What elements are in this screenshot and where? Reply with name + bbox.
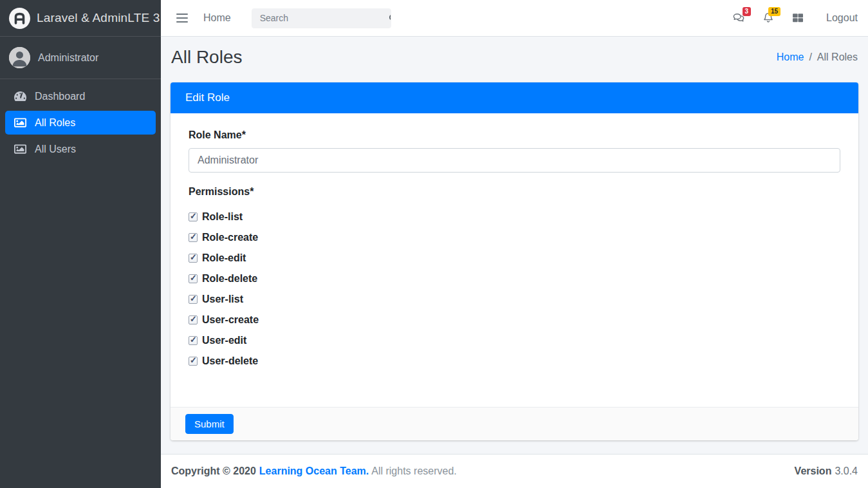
adminlte-logo-icon	[9, 8, 30, 29]
breadcrumb-current: All Roles	[817, 52, 858, 63]
messages-badge: 3	[743, 7, 752, 16]
submit-button[interactable]: Submit	[185, 414, 234, 434]
version-text: Version3.0.4	[795, 465, 858, 477]
user-avatar[interactable]	[9, 47, 30, 68]
logout-link[interactable]: Logout	[826, 12, 858, 24]
permission-checkbox[interactable]	[189, 233, 198, 242]
th-large-icon	[791, 12, 804, 24]
permission-label[interactable]: Role-list	[202, 211, 243, 223]
edit-role-card: Edit Role Role Name* Permissions* Role-l…	[171, 82, 858, 440]
main-area: Home 3 15	[161, 0, 868, 488]
brand-title: Laravel & AdminLTE 3	[37, 11, 160, 25]
main-footer: Copyright © 2020 Learning Ocean Team. Al…	[161, 454, 868, 488]
permission-label[interactable]: User-list	[202, 294, 243, 305]
team-link[interactable]: Learning Ocean Team.	[259, 465, 369, 477]
permission-checkbox[interactable]	[189, 315, 198, 324]
breadcrumb: Home / All Roles	[777, 52, 858, 63]
permission-label[interactable]: Role-edit	[202, 252, 246, 264]
permission-checkbox[interactable]	[189, 212, 198, 221]
navbar-home-link[interactable]: Home	[203, 12, 231, 24]
sidebar-item-label: All Users	[35, 144, 76, 155]
permission-row-user-create: User-create	[189, 315, 840, 325]
permission-checkbox[interactable]	[189, 357, 198, 366]
permission-checkbox[interactable]	[189, 274, 198, 283]
image-icon	[14, 117, 26, 129]
image-icon	[14, 143, 26, 155]
rights-text: All rights reserved.	[371, 465, 457, 477]
navbar-right: 3 15 Logout	[716, 12, 858, 24]
permission-checkbox[interactable]	[189, 295, 198, 304]
permission-row-role-delete: Role-delete	[189, 274, 840, 284]
breadcrumb-separator: /	[809, 52, 811, 63]
permission-row-role-list: Role-list	[189, 212, 840, 222]
user-panel: Administrator	[0, 37, 161, 79]
card-footer: Submit	[171, 407, 858, 440]
hamburger-menu-icon[interactable]	[176, 14, 188, 23]
permission-label[interactable]: User-create	[202, 314, 259, 326]
permission-label[interactable]: Role-create	[202, 232, 258, 243]
copyright-text: Copyright © 2020	[171, 465, 256, 477]
permission-label[interactable]: User-delete	[202, 355, 258, 367]
card-body: Role Name* Permissions* Role-list	[171, 113, 858, 407]
search-input[interactable]	[252, 13, 384, 23]
search-button[interactable]	[384, 13, 391, 23]
user-name[interactable]: Administrator	[38, 52, 98, 64]
content: Edit Role Role Name* Permissions* Role-l…	[161, 78, 868, 440]
permission-checkbox[interactable]	[189, 254, 198, 263]
sidebar-nav: Dashboard All Roles All Users	[0, 84, 161, 164]
permission-row-user-edit: User-edit	[189, 335, 840, 346]
permission-label[interactable]: User-edit	[202, 335, 246, 346]
permission-row-role-create: Role-create	[189, 232, 840, 243]
permission-row-user-delete: User-delete	[189, 356, 840, 366]
search-icon	[388, 13, 391, 23]
sidebar: Laravel & AdminLTE 3 Administrator Dashb…	[0, 0, 161, 488]
page-title: All Roles	[171, 46, 242, 68]
tachometer-icon	[14, 90, 26, 102]
brand[interactable]: Laravel & AdminLTE 3	[0, 0, 161, 37]
widgets-menu[interactable]	[791, 12, 804, 24]
content-header: All Roles Home / All Roles	[161, 37, 868, 78]
permission-label[interactable]: Role-delete	[202, 273, 257, 285]
permission-checkbox[interactable]	[189, 336, 198, 345]
navbar-search	[252, 8, 391, 28]
sidebar-item-label: All Roles	[35, 117, 75, 129]
permission-row-role-edit: Role-edit	[189, 253, 840, 263]
sidebar-item-label: Dashboard	[35, 91, 85, 102]
role-name-input[interactable]	[189, 148, 840, 173]
sidebar-item-dashboard[interactable]: Dashboard	[5, 84, 156, 108]
sidebar-item-all-roles[interactable]: All Roles	[5, 111, 156, 135]
permission-row-user-list: User-list	[189, 294, 840, 305]
notifications-menu[interactable]: 15	[762, 12, 775, 24]
messages-menu[interactable]: 3	[732, 12, 745, 24]
breadcrumb-home-link[interactable]: Home	[777, 52, 804, 63]
role-name-group: Role Name*	[189, 129, 840, 173]
permissions-list: Role-list Role-create Role-edit	[189, 212, 840, 366]
top-navbar: Home 3 15	[161, 0, 868, 37]
permissions-label: Permissions*	[189, 185, 840, 198]
sidebar-item-all-users[interactable]: All Users	[5, 137, 156, 161]
role-name-label: Role Name*	[189, 129, 840, 141]
card-header: Edit Role	[171, 82, 858, 113]
notifications-badge: 15	[768, 7, 780, 16]
